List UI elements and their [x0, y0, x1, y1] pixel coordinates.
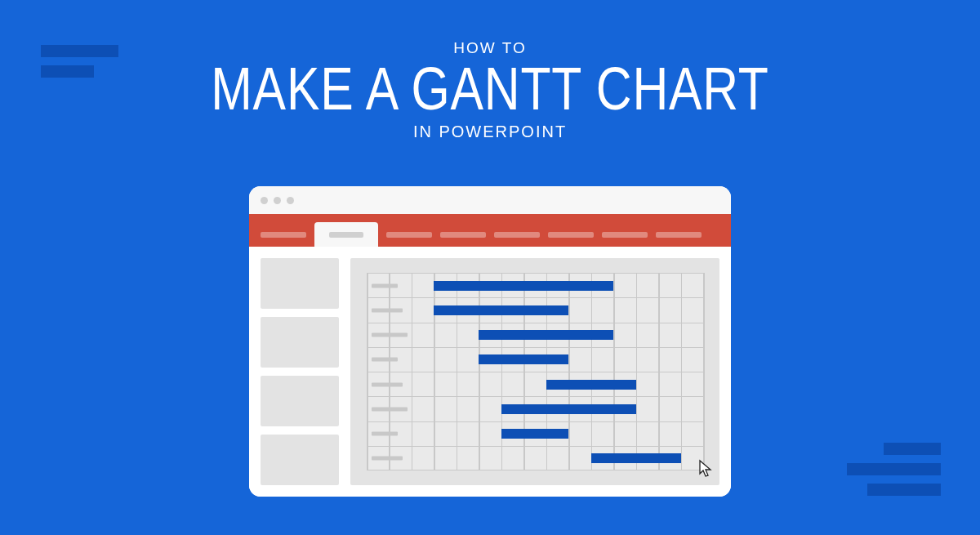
window-control-maximize[interactable] [287, 197, 294, 204]
gantt-task-label [372, 407, 408, 411]
gantt-task-label [372, 457, 403, 461]
gantt-bar[interactable] [501, 404, 636, 414]
slide-thumbnail[interactable] [261, 317, 339, 368]
ribbon-menu-item[interactable] [494, 232, 540, 238]
gantt-bar[interactable] [591, 453, 681, 463]
gantt-row [367, 372, 703, 396]
subline-text: IN POWERPOINT [0, 123, 980, 141]
mouse-cursor-icon [698, 459, 715, 479]
headline-text: MAKE A GANTT CHART [88, 59, 892, 119]
slide-thumbnail[interactable] [261, 376, 339, 426]
powerpoint-window [249, 186, 731, 497]
ribbon-menu-item[interactable] [656, 232, 702, 238]
gantt-row [367, 273, 703, 297]
gantt-gridline [703, 273, 705, 470]
gantt-row [367, 323, 703, 347]
ribbon-menu-item[interactable] [261, 232, 306, 238]
slide-thumbnail-panel [261, 258, 339, 485]
gantt-task-label [372, 432, 398, 436]
window-control-minimize[interactable] [274, 197, 281, 204]
gantt-task-label [372, 333, 408, 337]
gantt-row [367, 446, 703, 470]
title-block: HOW TO MAKE A GANTT CHART IN POWERPOINT [0, 39, 980, 141]
ribbon-menu-item[interactable] [440, 232, 486, 238]
ribbon-menu-item[interactable] [386, 232, 432, 238]
window-control-close[interactable] [261, 197, 268, 204]
gantt-bar[interactable] [479, 330, 613, 340]
main-slide-canvas[interactable] [350, 258, 719, 485]
decoration-bottom-right [847, 443, 941, 496]
deco-bar [847, 463, 941, 475]
ribbon-tab-active[interactable] [314, 222, 378, 247]
gantt-bar[interactable] [546, 380, 636, 390]
gantt-row [367, 421, 703, 446]
gantt-row [367, 297, 703, 322]
gantt-chart [367, 273, 703, 470]
window-titlebar [249, 186, 731, 214]
workspace [249, 247, 731, 497]
gantt-row [367, 396, 703, 421]
slide-thumbnail[interactable] [261, 435, 339, 485]
ribbon-menu-item[interactable] [602, 232, 648, 238]
gantt-task-label [372, 382, 403, 386]
gantt-bar[interactable] [434, 281, 613, 291]
gantt-bar[interactable] [479, 354, 568, 364]
gantt-task-label [372, 358, 398, 362]
gantt-bar[interactable] [434, 305, 568, 315]
gantt-row [367, 347, 703, 372]
ribbon-bar [249, 214, 731, 247]
deco-bar [884, 443, 941, 455]
ribbon-menu-item[interactable] [548, 232, 594, 238]
ribbon-tab-label [329, 232, 363, 238]
gantt-task-label [372, 308, 403, 312]
gantt-task-label [372, 283, 398, 288]
deco-bar [867, 484, 941, 496]
gantt-bar[interactable] [501, 429, 568, 439]
slide-thumbnail[interactable] [261, 258, 339, 309]
